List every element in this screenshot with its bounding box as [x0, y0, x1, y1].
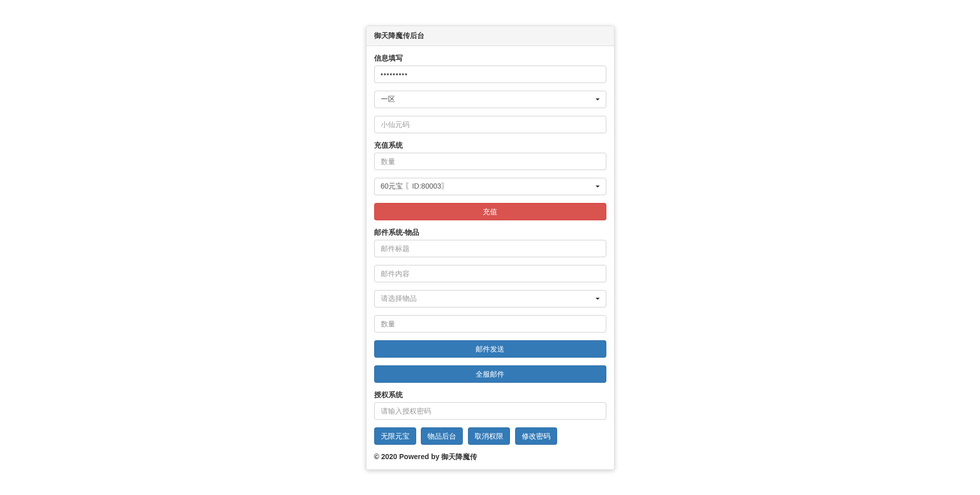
zone-select-value: 一区 [381, 95, 395, 103]
auth-password-input[interactable] [374, 402, 606, 420]
mail-section-label: 邮件系统-物品 [374, 228, 606, 237]
recharge-section-label: 充值系统 [374, 141, 606, 150]
mail-content-input[interactable] [374, 265, 606, 282]
caret-down-icon [596, 98, 600, 100]
mail-title-input[interactable] [374, 240, 606, 257]
revoke-permission-button[interactable]: 取消权限 [468, 427, 510, 445]
caret-down-icon [596, 298, 600, 300]
footer-copyright: © 2020 Powered by 御天降魔传 [374, 452, 606, 462]
caret-down-icon [596, 185, 600, 188]
recharge-qty-input[interactable] [374, 153, 606, 170]
zone-select[interactable]: 一区 [374, 91, 606, 108]
admin-panel: 御天降魔传后台 信息填写 一区 充值系统 60元宝 [366, 26, 615, 470]
item-admin-button[interactable]: 物品后台 [421, 427, 463, 445]
mail-item-select[interactable]: 请选择物品 [374, 290, 606, 307]
auth-section-label: 授权系统 [374, 390, 606, 400]
recharge-button[interactable]: 充值 [374, 203, 606, 220]
mail-broadcast-button[interactable]: 全服邮件 [374, 365, 606, 383]
recharge-item-value: 60元宝 〖ID:80003〗 [381, 182, 448, 190]
unlimited-yuanbao-button[interactable]: 无限元宝 [374, 427, 416, 445]
password-input[interactable] [374, 66, 606, 83]
panel-title: 御天降魔传后台 [366, 26, 614, 46]
change-password-button[interactable]: 修改密码 [515, 427, 557, 445]
mail-item-placeholder: 请选择物品 [381, 294, 417, 302]
mail-qty-input[interactable] [374, 315, 606, 333]
mail-send-button[interactable]: 邮件发送 [374, 340, 606, 358]
panel-body: 信息填写 一区 充值系统 60元宝 〖ID:80003〗 [366, 46, 614, 469]
recharge-item-select[interactable]: 60元宝 〖ID:80003〗 [374, 178, 606, 195]
info-section-label: 信息填写 [374, 54, 606, 63]
code-input[interactable] [374, 116, 606, 133]
